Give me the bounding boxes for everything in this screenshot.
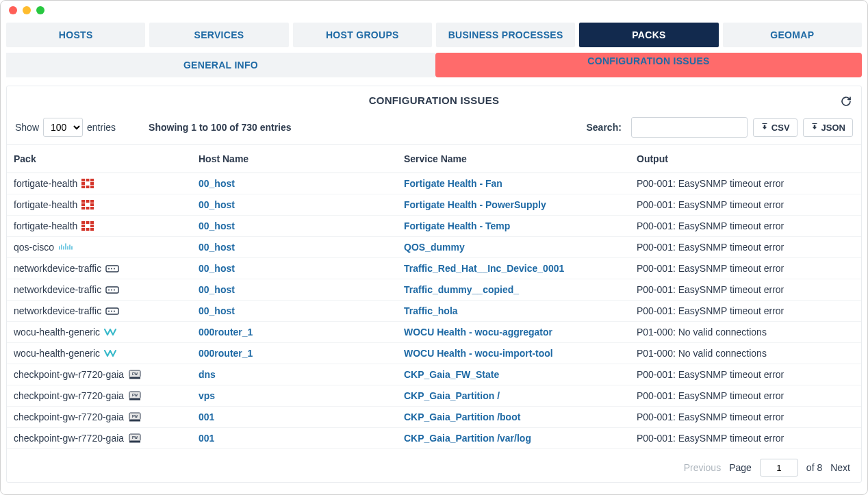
svg-point-42 [114,311,115,312]
table-row: wocu-health-generic000router_1WOCU Healt… [7,322,861,343]
svg-rect-1 [86,179,90,181]
window-zoom-dot[interactable] [36,6,44,14]
svg-point-41 [111,311,112,312]
output-cell: P00-001: EasySNMP timeout error [630,279,861,301]
cisco-icon [58,242,73,252]
pack-name: checkpoint-gw-r7720-gaia [14,390,124,401]
svg-point-32 [108,268,110,270]
service-link[interactable]: CKP_Gaia_Partition / [404,390,500,401]
service-link[interactable]: Traffic_dummy__copied_ [404,284,519,295]
column-service-name[interactable]: Service Name [397,145,630,173]
host-link[interactable]: 00_host [199,263,235,274]
pack-name: checkpoint-gw-r7720-gaia [14,411,124,422]
checkpoint-icon: FW [128,411,142,422]
tab-services[interactable]: SERVICES [149,23,288,47]
column-output[interactable]: Output [630,145,861,173]
search-input[interactable] [631,117,748,138]
wocu-icon [104,348,118,358]
table-row: checkpoint-gw-r7720-gaiaFWvpsCKP_Gaia_Pa… [7,385,861,407]
table-row: checkpoint-gw-r7720-gaiaFW001CKP_Gaia_Pa… [7,428,861,449]
entries-label: entries [87,122,116,133]
tab-business-processes[interactable]: BUSINESS PROCESSES [436,23,575,47]
svg-point-33 [111,268,112,270]
svg-rect-12 [90,203,94,206]
host-link[interactable]: 00_host [199,305,235,316]
service-link[interactable]: Fortigate Health - Temp [404,220,510,231]
svg-rect-0 [81,179,85,181]
host-link[interactable]: 000router_1 [199,348,253,359]
host-link[interactable]: 00_host [199,242,235,253]
service-link[interactable]: Traffic_hola [404,305,458,316]
pack-name: qos-cisco [14,242,54,253]
subtab-configuration-issues[interactable]: CONFIGURATION ISSUES [435,53,862,77]
svg-rect-17 [86,221,90,224]
device-icon [105,306,119,316]
table-row: wocu-health-generic000router_1WOCU Healt… [7,343,861,364]
subtab-general-info[interactable]: GENERAL INFO [6,53,435,77]
tab-host-groups[interactable]: HOST GROUPS [293,23,432,47]
host-link[interactable]: 000router_1 [199,327,253,338]
fortinet-icon [81,200,94,210]
host-link[interactable]: 001 [199,411,214,422]
pack-name: wocu-health-generic [14,348,100,359]
output-cell: P00-001: EasySNMP timeout error [630,237,861,258]
export-csv-button[interactable]: CSV [753,118,797,137]
svg-rect-3 [81,182,85,185]
tab-hosts[interactable]: HOSTS [6,23,145,47]
pack-name: fortigate-health [14,199,77,210]
service-link[interactable]: WOCU Health - wocu-aggregator [404,327,552,338]
output-cell: P01-000: No valid connections [630,343,861,364]
svg-text:FW: FW [132,393,138,397]
svg-rect-53 [129,441,140,443]
host-link[interactable]: 00_host [199,178,235,189]
service-link[interactable]: CKP_Gaia_Partition /var/log [404,433,531,444]
table-row: fortigate-health00_hostFortigate Health … [7,216,861,237]
service-link[interactable]: CKP_Gaia_FW_State [404,369,499,380]
column-host-name[interactable]: Host Name [192,145,397,173]
service-link[interactable]: CKP_Gaia_Partition /boot [404,411,520,422]
entries-select[interactable]: 100 [43,118,83,137]
prev-page[interactable]: Previous [684,462,721,473]
pack-name: fortigate-health [14,178,77,189]
window-minimize-dot[interactable] [23,6,31,14]
window-close-dot[interactable] [9,6,17,14]
output-cell: P01-000: No valid connections [630,322,861,343]
svg-rect-47 [129,398,140,401]
checkpoint-icon: FW [128,369,142,380]
output-cell: P00-001: EasySNMP timeout error [630,258,861,279]
svg-rect-13 [81,207,85,210]
service-link[interactable]: Fortigate Health - PowerSupply [404,199,546,210]
svg-point-38 [114,290,115,291]
output-cell: P00-001: EasySNMP timeout error [630,385,861,407]
svg-point-37 [111,290,112,291]
device-icon [105,264,119,273]
refresh-icon[interactable] [841,96,852,109]
host-link[interactable]: 001 [199,433,214,444]
host-link[interactable]: 00_host [199,220,235,231]
svg-rect-20 [90,225,94,227]
svg-rect-2 [90,179,94,181]
csv-label: CSV [771,123,790,133]
host-link[interactable]: vps [199,390,215,401]
service-link[interactable]: WOCU Health - wocu-import-tool [404,348,553,359]
table-controls: Show 100 entries Showing 1 to 100 of 730… [7,113,861,144]
page-input[interactable] [760,459,798,477]
next-page[interactable]: Next [830,462,850,473]
column-pack[interactable]: Pack [7,145,192,173]
pagination: Previous Page of 8 Next [7,449,861,482]
service-link[interactable]: Traffic_Red_Hat__Inc_Device_0001 [404,263,564,274]
pack-name: networkdevice-traffic [14,305,101,316]
service-link[interactable]: QOS_dummy [404,242,465,253]
host-link[interactable]: 00_host [199,199,235,210]
host-link[interactable]: dns [199,369,216,380]
host-link[interactable]: 00_host [199,284,235,295]
search-label: Search: [587,122,622,133]
tab-geomap[interactable]: GEOMAP [723,23,862,47]
svg-rect-5 [81,186,85,188]
service-link[interactable]: Fortigate Health - Fan [404,178,502,189]
export-json-button[interactable]: JSON [803,118,853,137]
tab-packs[interactable]: PACKS [579,23,718,47]
mac-titlebar [1,1,867,20]
svg-point-34 [114,268,115,270]
checkpoint-icon: FW [128,390,142,401]
